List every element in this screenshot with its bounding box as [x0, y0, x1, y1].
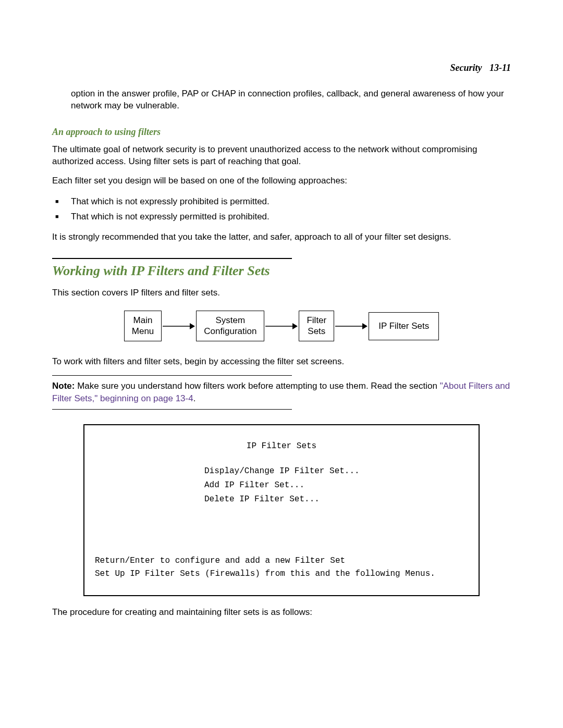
bullet-item: That which is not expressly permitted is…	[52, 209, 511, 225]
document-page: Security 13-11 option in the answer prof…	[0, 0, 563, 668]
bullet-item: That which is not expressly prohibited i…	[52, 194, 511, 209]
svg-marker-5	[362, 323, 368, 329]
page-header: Security 13-11	[52, 63, 511, 73]
nav-box-main-menu: Main Menu	[124, 311, 162, 341]
nav-box-line: Menu	[132, 326, 154, 336]
nav-box-line: Configuration	[204, 326, 256, 336]
nav-box-line: System	[216, 315, 246, 325]
approach-para-2: Each filter set you design will be based…	[52, 175, 511, 187]
note-paragraph: Note: Make sure you understand how filte…	[52, 380, 511, 405]
approach-heading: An approach to using filters	[52, 127, 511, 138]
nav-box-line: Sets	[308, 326, 325, 336]
approach-bullets: That which is not expressly prohibited i…	[52, 194, 511, 225]
terminal-footer: Return/Enter to configure and add a new …	[95, 554, 468, 581]
working-para-after: To work with filters and filter sets, be…	[52, 356, 511, 368]
terminal-footer-line: Return/Enter to configure and add a new …	[95, 554, 468, 567]
terminal-menu: Display/Change IP Filter Set... Add IP F…	[204, 465, 468, 505]
section-divider	[52, 258, 292, 259]
nav-box-ip-filter-sets: IP Filter Sets	[369, 312, 439, 340]
nav-box-filter-sets: Filter Sets	[299, 311, 334, 341]
svg-marker-3	[292, 323, 298, 329]
terminal-menu-item: Display/Change IP Filter Set...	[204, 465, 468, 478]
approach-para-3: It is strongly recommended that you take…	[52, 231, 511, 243]
terminal-title: IP Filter Sets	[95, 440, 468, 453]
header-section: Security	[450, 63, 482, 73]
terminal-footer-line: Set Up IP Filter Sets (Firewalls) from t…	[95, 567, 468, 581]
working-intro: This section covers IP filters and filte…	[52, 287, 511, 299]
terminal-menu-item: Add IP Filter Set...	[204, 479, 468, 492]
navigation-diagram: Main Menu System Configuration Filter Se…	[52, 311, 511, 341]
nav-box-system-config: System Configuration	[196, 311, 264, 341]
closing-paragraph: The procedure for creating and maintaini…	[52, 607, 511, 619]
note-body: Make sure you understand how filters wor…	[75, 381, 439, 391]
nav-box-line: Main	[133, 315, 153, 325]
header-page-number: 13-11	[489, 63, 511, 73]
intro-paragraph: option in the answer profile, PAP or CHA…	[71, 88, 511, 112]
nav-box-line: Filter	[307, 315, 326, 325]
note-label: Note:	[52, 381, 75, 391]
arrow-right-icon	[265, 321, 298, 331]
arrow-right-icon	[335, 321, 368, 331]
working-heading: Working with IP Filters and Filter Sets	[52, 263, 511, 279]
terminal-menu-item: Delete IP Filter Set...	[204, 493, 468, 506]
approach-para-1: The ultimate goal of network security is…	[52, 144, 511, 168]
note-tail: .	[193, 393, 196, 403]
svg-marker-1	[190, 323, 195, 329]
note-divider-bottom	[52, 409, 292, 410]
arrow-right-icon	[163, 321, 195, 331]
note-divider-top	[52, 375, 292, 376]
terminal-screen: IP Filter Sets Display/Change IP Filter …	[83, 424, 480, 596]
nav-box-line: IP Filter Sets	[378, 321, 429, 331]
